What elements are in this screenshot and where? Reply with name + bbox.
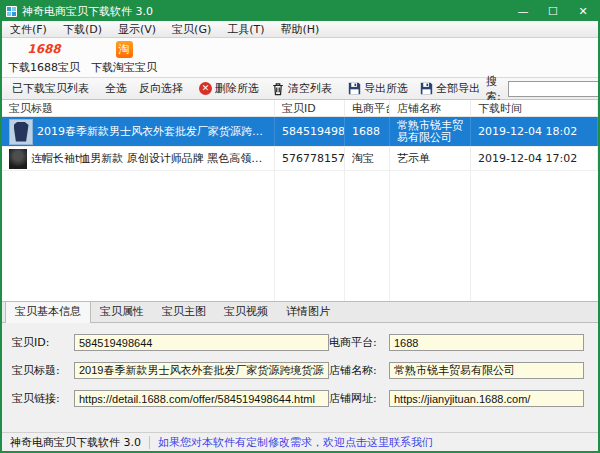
shop-url-label: 店铺网址:: [329, 391, 389, 406]
tab-video[interactable]: 宝贝视频: [215, 302, 277, 322]
menu-tools[interactable]: 工具(T): [219, 21, 272, 37]
save-all-floppy-icon: [420, 82, 433, 95]
platform-field[interactable]: [389, 334, 584, 351]
status-app-name: 神奇电商宝贝下载软件 3.0: [2, 435, 149, 450]
column-header-platform[interactable]: 电商平台: [345, 100, 390, 116]
downloaded-items-table: 宝贝标题 宝贝ID 电商平台 店铺名称 下载时间 2019春季新款男士风衣外套批…: [2, 100, 598, 301]
window-title: 神奇电商宝贝下载软件 3.0: [22, 4, 508, 19]
download-1688-label: 下载1688宝贝: [8, 60, 80, 75]
download-taobao-label: 下载淘宝宝贝: [91, 60, 157, 75]
table-row[interactable]: 2019春季新款男士风衣外套批发厂家货源跨境货源wish速卖通亚 5845194…: [2, 117, 598, 147]
title-bar: 神奇电商宝贝下载软件 3.0 — ☐ ✕: [2, 2, 598, 21]
product-thumbnail: [9, 149, 27, 169]
export-selected-label: 导出所选: [364, 81, 408, 96]
app-icon: [6, 6, 17, 17]
column-header-time[interactable]: 下载时间: [471, 100, 598, 116]
main-toolbar: 1688 下载1688宝贝 淘 下载淘宝宝贝: [2, 38, 598, 78]
column-header-id[interactable]: 宝贝ID: [275, 100, 345, 116]
product-id: 584519498644: [275, 117, 345, 146]
menu-help[interactable]: 帮助(H): [273, 21, 328, 37]
table-row[interactable]: 连帽长袖t恤男新款 原创设计师品牌 黑色高领打底衫秋季 暗黑小众 5767781…: [2, 147, 598, 171]
contact-us-link[interactable]: 如果您对本软件有定制修改需求，欢迎点击这里联系我们: [150, 435, 441, 450]
search-zone: 搜索: ✕: [486, 74, 600, 104]
download-1688-button[interactable]: 1688 下载1688宝贝: [4, 38, 84, 77]
clear-list-button[interactable]: 清空列表: [265, 78, 338, 99]
shop-name-label: 店铺名称:: [329, 363, 389, 378]
search-label: 搜索:: [486, 74, 504, 104]
menu-download[interactable]: 下载(D): [55, 21, 110, 37]
download-taobao-button[interactable]: 淘 下载淘宝宝贝: [84, 38, 164, 77]
tab-basic-info[interactable]: 宝贝基本信息: [5, 301, 91, 323]
trash-icon: [271, 82, 285, 96]
product-thumbnail: [9, 119, 33, 145]
maximize-button[interactable]: ☐: [538, 2, 568, 21]
product-link-field[interactable]: [74, 390, 329, 407]
status-bar: 神奇电商宝贝下载软件 3.0 如果您对本软件有定制修改需求，欢迎点击这里联系我们: [2, 432, 598, 451]
product-title: 连帽长袖t恤男新款 原创设计师品牌 黑色高领打底衫秋季 暗黑小众: [31, 153, 267, 165]
product-title-field[interactable]: [74, 362, 329, 379]
product-id-label: 宝贝ID:: [12, 335, 74, 350]
shop-name: 艺示单: [390, 147, 471, 170]
product-title-label: 宝贝标题:: [12, 363, 74, 378]
menu-view[interactable]: 显示(V): [110, 21, 164, 37]
table-header-row: 宝贝标题 宝贝ID 电商平台 店铺名称 下载时间: [2, 100, 598, 117]
list-toolbar: 已下载宝贝列表 全选 反向选择 ✕ 删除所选 清空列表 导出所选 全部导出: [2, 78, 598, 100]
export-all-label: 全部导出: [436, 81, 480, 96]
tab-detail-images[interactable]: 详情图片: [277, 302, 339, 322]
app-window: 神奇电商宝贝下载软件 3.0 — ☐ ✕ 文件(F) 下载(D) 显示(V) 宝…: [0, 0, 600, 453]
close-button[interactable]: ✕: [568, 2, 598, 21]
menu-item[interactable]: 宝贝(G): [164, 21, 219, 37]
delete-icon: ✕: [199, 82, 212, 95]
column-header-shop[interactable]: 店铺名称: [390, 100, 471, 116]
export-selected-button[interactable]: 导出所选: [342, 78, 414, 99]
invert-selection-button[interactable]: 反向选择: [133, 78, 189, 99]
detail-panel: 宝贝基本信息 宝贝属性 宝贝主图 宝贝视频 详情图片 宝贝ID: 宝贝标题: 宝…: [2, 301, 598, 432]
shop-url-field[interactable]: [389, 390, 584, 407]
menu-bar: 文件(F) 下载(D) 显示(V) 宝贝(G) 工具(T) 帮助(H): [2, 21, 598, 38]
search-input[interactable]: [508, 81, 600, 97]
coat-image: [14, 122, 29, 142]
save-floppy-icon: [348, 82, 361, 95]
product-link-label: 宝贝链接:: [12, 391, 74, 406]
shop-name-field[interactable]: [389, 362, 584, 379]
minimize-button[interactable]: —: [508, 2, 538, 21]
basic-info-form: 宝贝ID: 宝贝标题: 宝贝链接: 电商平台: 店铺名称:: [2, 323, 598, 432]
column-header-title[interactable]: 宝贝标题: [2, 100, 275, 116]
platform-label: 电商平台:: [329, 335, 389, 350]
shop-name: 常熟市锐丰贸易有限公司: [390, 117, 471, 146]
downloaded-list-label: 已下载宝贝列表: [6, 78, 95, 99]
menu-file[interactable]: 文件(F): [2, 21, 55, 37]
product-title: 2019春季新款男士风衣外套批发厂家货源跨境货源wish速卖通亚: [37, 126, 267, 138]
tab-attributes[interactable]: 宝贝属性: [91, 302, 153, 322]
delete-selected-button[interactable]: ✕ 删除所选: [193, 78, 265, 99]
logo-1688-icon: 1688: [27, 40, 60, 58]
taobao-icon: 淘: [116, 41, 133, 58]
delete-selected-label: 删除所选: [215, 81, 259, 96]
product-id: 576778157186: [275, 147, 345, 170]
tab-main-images[interactable]: 宝贝主图: [153, 302, 215, 322]
export-all-button[interactable]: 全部导出: [414, 78, 486, 99]
clear-list-label: 清空列表: [288, 81, 332, 96]
download-time: 2019-12-04 17:02: [471, 147, 598, 170]
product-id-field[interactable]: [74, 334, 329, 351]
table-empty-area: [2, 171, 598, 301]
platform: 1688: [345, 117, 390, 146]
select-all-button[interactable]: 全选: [99, 78, 133, 99]
download-time: 2019-12-04 18:02: [471, 117, 598, 146]
detail-tabs: 宝贝基本信息 宝贝属性 宝贝主图 宝贝视频 详情图片: [2, 302, 598, 323]
platform: 淘宝: [345, 147, 390, 170]
